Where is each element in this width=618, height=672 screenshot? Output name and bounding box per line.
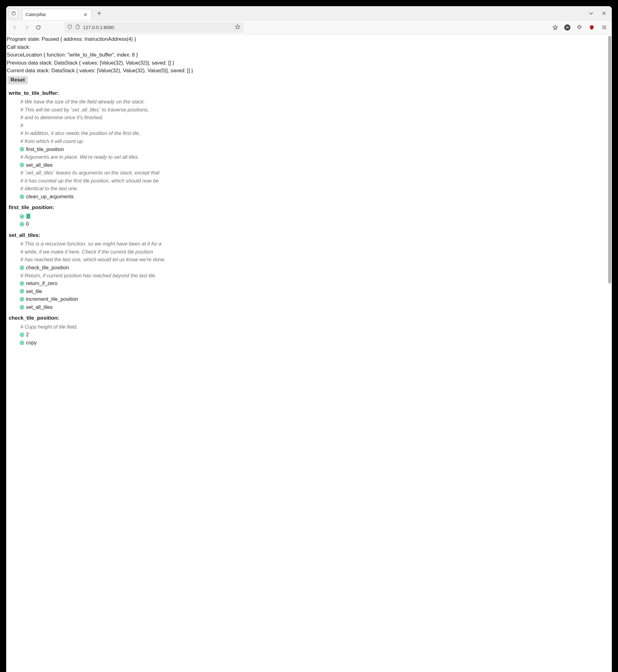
program-state-line: Program state: Paused { address: Instruc…	[6, 35, 606, 43]
function-name: check_tile_position:	[6, 314, 606, 322]
comment-line: # In addition, it also needs the positio…	[6, 129, 606, 137]
url-text: 127.0.0.1:8080	[83, 25, 232, 30]
extensions-icon[interactable]	[576, 24, 583, 31]
comment-text: # Arguments are in place. We're ready to…	[20, 154, 139, 160]
browser-window: Caterpillar	[6, 6, 612, 672]
function-name: first_tile_position:	[6, 204, 606, 212]
instruction-line: copy	[6, 339, 606, 347]
comment-text: #	[20, 123, 23, 128]
close-tab-button[interactable]	[83, 12, 88, 17]
function-name: set_all_tiles:	[6, 231, 606, 239]
instruction-line: 2	[6, 331, 606, 339]
comment-line: # it has counted up the first tile posit…	[6, 177, 606, 185]
curr-data-stack: Current data stack: DataStack { values: …	[6, 67, 606, 75]
tab-title: Caterpillar	[26, 12, 83, 17]
comment-line: # This will be used by `set_all_tiles` t…	[6, 106, 606, 114]
comment-line: # We have the size of the tile field alr…	[6, 98, 606, 106]
reload-button[interactable]	[34, 23, 43, 32]
instruction-line: check_tile_position	[6, 264, 606, 272]
instruction-text: 0	[26, 214, 30, 219]
source-location: SourceLocation { function: "write_to_til…	[6, 51, 606, 59]
close-window-button[interactable]	[601, 10, 608, 17]
comment-line: # has reached the last one, which would …	[6, 256, 606, 264]
function-name: write_to_tile_buffer:	[6, 89, 606, 97]
scrollbar[interactable]	[607, 36, 611, 671]
comment-line: # Copy height of tile field.	[6, 323, 606, 331]
instruction-text: 2	[26, 332, 29, 337]
instruction-line: return_if_zero	[6, 279, 606, 287]
breakpoint-toggle-icon[interactable]	[20, 297, 24, 301]
app-menu-icon[interactable]	[601, 24, 608, 31]
instruction-line: increment_tile_position	[6, 295, 606, 303]
reset-button[interactable]: Reset	[7, 76, 28, 84]
shield-icon	[67, 24, 72, 30]
comment-text: # and to determine once it's finished.	[20, 115, 103, 120]
instruction-text: increment_tile_position	[26, 296, 78, 302]
instruction-text: 0	[26, 221, 29, 227]
function-block: first_tile_position:00	[6, 204, 606, 228]
instruction-text: set_all_tiles	[26, 304, 53, 310]
instruction-text: return_if_zero	[26, 280, 58, 286]
instruction-text: first_tile_position	[26, 146, 64, 152]
instruction-text: set_all_tiles	[26, 162, 53, 168]
comment-line: # Arguments are in place. We're ready to…	[6, 153, 606, 161]
comment-text: # identical to the last one.	[20, 185, 78, 191]
comment-text: # from which it will count up.	[20, 138, 84, 144]
prev-data-stack: Previous data stack: DataStack { values:…	[6, 59, 606, 67]
instruction-line: 0	[6, 220, 606, 228]
comment-line: # identical to the last one.	[6, 185, 606, 193]
comment-line: # and to determine once it's finished.	[6, 114, 606, 122]
breakpoint-toggle-icon[interactable]	[20, 222, 24, 226]
scrollbar-thumb[interactable]	[608, 36, 611, 283]
comment-text: # We have the size of the tile field alr…	[20, 99, 145, 104]
breakpoint-toggle-icon[interactable]	[20, 214, 24, 219]
instruction-text: set_tile	[26, 288, 42, 294]
breakpoint-toggle-icon[interactable]	[20, 332, 24, 337]
page-content: Program state: Paused { address: Instruc…	[6, 35, 606, 672]
comment-text: # Return, if current position has reache…	[20, 273, 157, 278]
instruction-line: set_all_tiles	[6, 303, 606, 311]
comment-line: # `set_all_tiles` leaves its arguments o…	[6, 169, 606, 177]
instruction-text: clean_up_arguments	[26, 193, 74, 199]
new-tab-button[interactable]	[95, 9, 104, 18]
tab-bar: Caterpillar	[6, 6, 612, 20]
comment-line: # from which it will count up.	[6, 137, 606, 145]
browser-tab[interactable]: Caterpillar	[22, 9, 92, 20]
instruction-line: first_tile_position	[6, 145, 606, 153]
breakpoint-toggle-icon[interactable]	[20, 289, 24, 293]
ublock-icon[interactable]	[588, 24, 595, 31]
recent-windows-button[interactable]	[9, 8, 18, 18]
instruction-text: copy	[26, 340, 37, 345]
breakpoint-toggle-icon[interactable]	[20, 147, 24, 151]
breakpoint-toggle-icon[interactable]	[20, 305, 24, 309]
breakpoint-toggle-icon[interactable]	[20, 341, 24, 345]
comment-line: # This is a recursive function, so we mi…	[6, 240, 606, 248]
breakpoint-toggle-icon[interactable]	[20, 266, 24, 270]
breakpoint-toggle-icon[interactable]	[20, 194, 24, 199]
instruction-line: 0	[6, 213, 606, 221]
back-button[interactable]	[10, 23, 19, 32]
page-icon	[75, 24, 80, 30]
instruction-line: set_tile	[6, 287, 606, 295]
breakpoint-toggle-icon[interactable]	[20, 281, 24, 286]
forward-button[interactable]	[22, 23, 31, 32]
call-stack-label: Call stack:	[6, 43, 606, 51]
function-block: write_to_tile_buffer:# We have the size …	[6, 89, 606, 201]
svg-rect-0	[12, 12, 15, 15]
bookmark-star-icon[interactable]	[235, 24, 240, 31]
comment-line: # while, if we make it here. Check if th…	[6, 248, 606, 256]
instruction-text: check_tile_position	[26, 265, 69, 270]
comment-text: # it has counted up the first tile posit…	[20, 178, 159, 183]
url-bar[interactable]: 127.0.0.1:8080	[64, 22, 243, 33]
list-all-tabs-button[interactable]	[588, 10, 595, 17]
page-viewport: Program state: Paused { address: Instruc…	[6, 35, 612, 672]
breakpoint-toggle-icon[interactable]	[20, 163, 24, 167]
instruction-line: clean_up_arguments	[6, 193, 606, 201]
account-icon[interactable]: H	[564, 24, 571, 30]
save-to-pocket-icon[interactable]	[552, 24, 559, 31]
comment-line: #	[6, 122, 606, 130]
instruction-line: set_all_tiles	[6, 161, 606, 169]
comment-text: # `set_all_tiles` leaves its arguments o…	[20, 170, 160, 175]
comment-text: # This is a recursive function, so we mi…	[20, 241, 162, 246]
comment-text: # while, if we make it here. Check if th…	[20, 249, 153, 255]
